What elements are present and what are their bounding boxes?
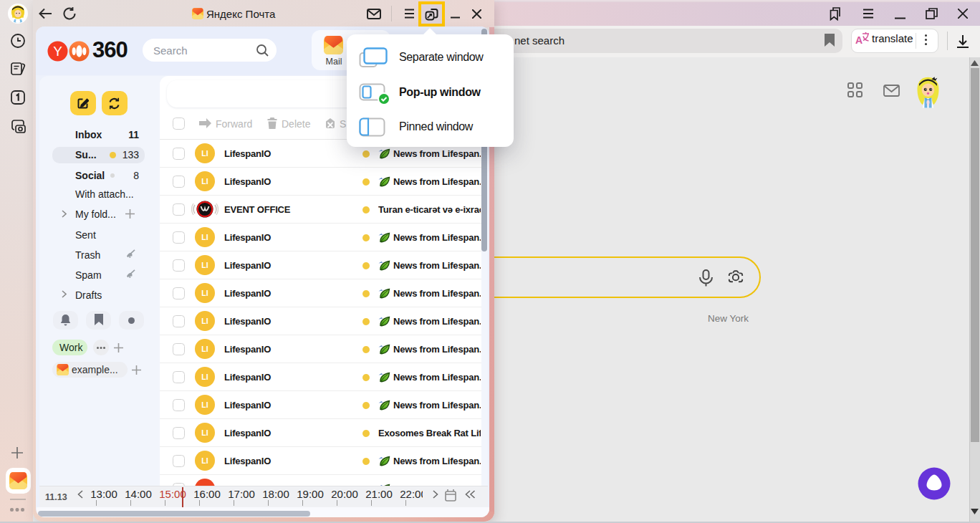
svg-text:A: A bbox=[855, 34, 863, 46]
svg-text:Y: Y bbox=[53, 44, 62, 59]
